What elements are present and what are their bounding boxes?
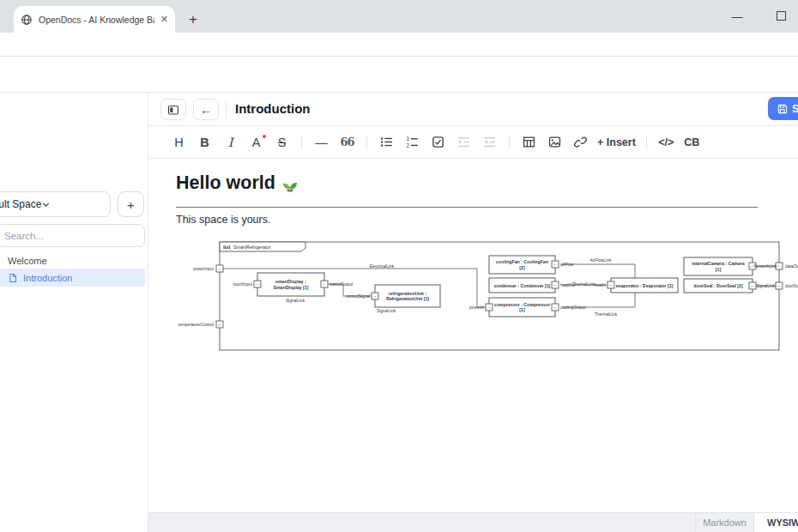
toolbar-heading-glyph: H: [174, 136, 183, 149]
sidebar-item-introduction[interactable]: Introduction: [0, 269, 145, 287]
frame-name: SmartRefrigerator: [233, 245, 271, 250]
window-maximize-button[interactable]: [777, 11, 786, 21]
window-minimize-button[interactable]: —: [726, 5, 748, 27]
toolbar-separator: [301, 136, 302, 149]
port-doorSeal-right-arrow: ←: [750, 283, 755, 288]
app-header: OpenDocs Powered by Visual Paradigm Shar…: [0, 57, 798, 93]
space-selector[interactable]: Default Space: [0, 191, 111, 217]
header-divider: [226, 101, 227, 118]
tab-title: OpenDocs - AI Knowledge Base: [39, 15, 154, 25]
link-icon: [573, 135, 588, 149]
table-icon: [522, 135, 536, 149]
toggle-sidebar-button[interactable]: [160, 99, 186, 120]
page-title: Introduction: [235, 98, 310, 119]
frame-port-doorStatus-arrow: ←: [777, 283, 782, 288]
frame-port-dataOutput-arrow: ←: [777, 263, 782, 269]
image-icon: [547, 135, 562, 149]
frame-port-temperatureControl-arrow: ↔: [217, 322, 222, 327]
panel-left-icon: [166, 103, 180, 117]
port-condenser-heatOut-arrow: ←: [553, 282, 558, 287]
toolbar-italic-glyph: I: [228, 136, 233, 149]
favicon-globe-icon: [21, 14, 33, 26]
add-space-button[interactable]: +: [118, 191, 144, 217]
bullet-list-icon: [379, 135, 394, 149]
port-label-airFlow: airFlow: [560, 263, 574, 267]
sidebar-section-welcome: Welcome: [8, 256, 47, 266]
port-compressor-powerIn-arrow: →: [487, 305, 492, 310]
browser-toolbar: → ai-toolbox.visual-paradigm.com/app/ope…: [0, 33, 798, 57]
toolbar-font-color-button[interactable]: A: [247, 132, 265, 153]
svg-text:1: 1: [406, 136, 409, 142]
toolbar-numbered-list-button[interactable]: 12: [403, 132, 421, 153]
block-compressor-label: compressor : Compressor: [494, 302, 550, 307]
toolbar-code-block-glyph: CB: [684, 136, 699, 148]
new-tab-button[interactable]: +: [182, 9, 204, 31]
block-smartDisplay-label: SmartDisplay [1]: [274, 285, 309, 290]
seedling-emoji-icon: [281, 175, 299, 192]
document-heading: Hello world: [176, 172, 299, 194]
chevron-down-icon: [41, 200, 103, 209]
browser-tab[interactable]: OpenDocs - AI Knowledge Base ✕: [14, 6, 175, 33]
ibd-smart-refrigerator-diagram[interactable]: ibdSmartRefrigeratorsmartDisplay :SmartD…: [153, 239, 798, 359]
connector-label-SignalLink: SignalLink: [377, 309, 396, 313]
task-list-icon: [431, 135, 445, 149]
tab-markdown[interactable]: Markdown: [695, 513, 753, 532]
back-button[interactable]: ←: [193, 99, 219, 120]
connector-label-SignalLink: SignalLink: [286, 299, 305, 303]
block-coolingFan-label: [2]: [519, 265, 525, 270]
paragraph-text: This space is yours.: [176, 214, 270, 226]
toolbar-code-block-button[interactable]: CB: [683, 132, 701, 153]
block-internalCamera-label: [1]: [716, 267, 722, 272]
formatting-toolbar: HBIAS—6612+ Insert</>CB: [148, 126, 798, 159]
toolbar-inline-code-glyph: </>: [658, 136, 674, 148]
toolbar-image-button[interactable]: [546, 132, 564, 153]
toolbar-heading-button[interactable]: H: [170, 132, 188, 153]
toolbar-strikethrough-glyph: S: [278, 136, 287, 149]
toolbar-bold-button[interactable]: B: [196, 132, 214, 153]
block-smartDisplay-label: smartDisplay :: [275, 279, 306, 284]
toolbar-indent-button: [455, 132, 473, 153]
browser-tabstrip: OpenDocs - AI Knowledge Base ✕ + —: [0, 0, 798, 33]
port-smartDisplay-touchInput-arrow: →: [255, 281, 260, 287]
block-evaporator-label: evaporator : Evaporator [1]: [616, 283, 674, 288]
font-color-dot: [263, 135, 266, 138]
toolbar-outdent-button: [481, 132, 499, 153]
toolbar-separator: [646, 136, 647, 149]
toolbar-font-color-glyph: A: [252, 136, 261, 149]
toolbar-insert-button[interactable]: + Insert: [597, 132, 636, 153]
tab-wysiwyg[interactable]: WYSIWYG: [753, 513, 798, 532]
connector-label-ElectricalLink: ElectricalLink: [370, 264, 395, 269]
search-input[interactable]: [0, 224, 145, 247]
port-refrigerationUnit-controlSignal-arrow: →: [372, 293, 378, 299]
toolbar-task-list-button[interactable]: [429, 132, 447, 153]
toolbar-link-button[interactable]: [571, 132, 589, 153]
block-internalCamera-label: internalCamera : Camera: [692, 261, 745, 266]
frame-port-label-dataOutput: dataOutput: [785, 264, 798, 269]
space-selector-value: Default Space: [0, 198, 41, 210]
block-compressor-label: [1]: [519, 307, 525, 312]
editor-content[interactable]: Hello world This space is yours. ibdSmar…: [148, 159, 798, 512]
port-label-powerIn: powerIn: [469, 305, 484, 310]
frame-port-label-temperatureControl: temperatureControl: [178, 323, 214, 327]
port-coolingFan-airFlow-arrow: ←: [553, 262, 558, 267]
toolbar-table-button[interactable]: [520, 132, 538, 153]
tab-close-icon[interactable]: ✕: [160, 14, 168, 25]
toolbar-italic-button[interactable]: I: [221, 132, 239, 153]
toolbar-bold-glyph: B: [200, 136, 209, 149]
toolbar-bullet-list-button[interactable]: [378, 132, 396, 153]
port-compressor-coolingOutput-arrow: ←: [553, 305, 558, 310]
heading-underline: [176, 207, 758, 208]
toolbar-quote-button[interactable]: 66: [338, 132, 356, 153]
frame-port-powerInput-arrow: →: [217, 266, 222, 271]
block-doorSeal-label: doorSeal : DoorSeal [2]: [693, 283, 743, 288]
editor-statusbar: Markdown WYSIWYG: [148, 512, 798, 532]
toolbar-horizontal-rule-button[interactable]: —: [312, 132, 330, 153]
sidebar: Default Space + Welcome Introduction: [0, 93, 148, 532]
connector-label-ThermalLink: ThermalLink: [572, 282, 595, 287]
save-button[interactable]: Save: [768, 97, 798, 120]
toolbar-inline-code-button[interactable]: </>: [657, 132, 675, 153]
port-label-statusOutput: statusOutput: [329, 282, 354, 287]
save-label: Save: [792, 103, 798, 115]
toolbar-strikethrough-button[interactable]: S: [273, 132, 291, 153]
heading-text: Hello world: [176, 172, 275, 194]
